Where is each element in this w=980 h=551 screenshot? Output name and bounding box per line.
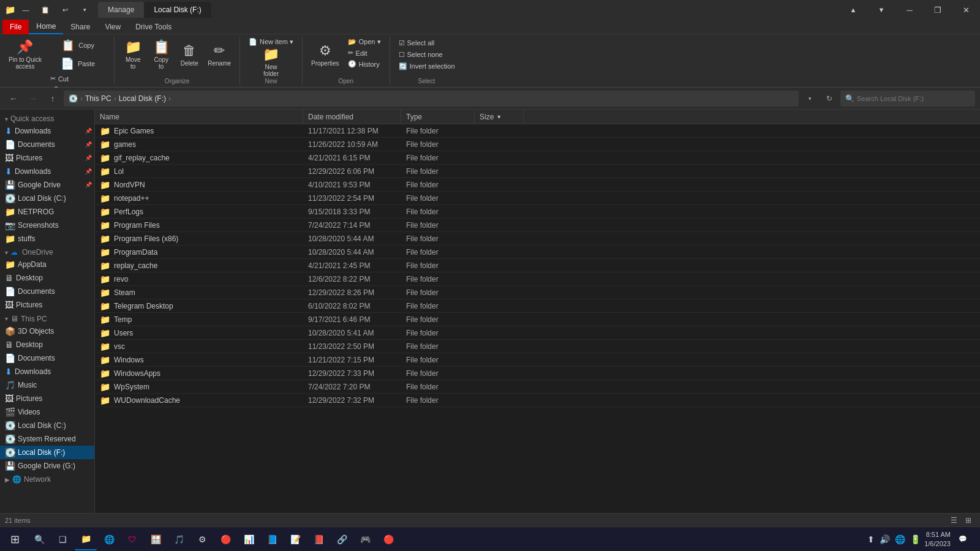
sidebar-item-google-drive-1[interactable]: 💾 Google Drive 📌 <box>0 178 94 192</box>
paste-button[interactable]: 📄 Paste <box>47 55 109 72</box>
taskbar-app3[interactable]: 🔗 <box>331 528 353 550</box>
taskbar-excel[interactable]: 📘 <box>261 528 283 550</box>
sidebar-item-3d-objects[interactable]: 📦 3D Objects <box>0 324 94 338</box>
sidebar-item-videos[interactable]: 🎬 Videos <box>0 405 94 419</box>
forward-button[interactable]: → <box>24 90 42 107</box>
sidebar-item-pictures-pc[interactable]: 🖼 Pictures <box>0 392 94 405</box>
table-row[interactable]: 📁 revo 12/6/2022 8:22 PM File folder <box>95 272 980 286</box>
chevron-down-icon[interactable]: ▼ <box>867 0 895 20</box>
tab-view[interactable]: View <box>97 20 128 34</box>
sidebar-item-local-disk-c-1[interactable]: 💽 Local Disk (C:) <box>0 192 94 205</box>
taskbar-app4[interactable]: 🔴 <box>377 528 399 550</box>
sidebar-item-pictures-od[interactable]: 🖼 Pictures <box>0 298 94 312</box>
pin-to-quick-access-button[interactable]: 📌 Pin to Quickaccess <box>5 37 45 72</box>
table-row[interactable]: 📁 WindowsApps 12/29/2022 7:33 PM File fo… <box>95 367 980 380</box>
select-none-button[interactable]: ☐ Select none <box>395 50 459 60</box>
sidebar-item-system-reserved[interactable]: 💽 System Reserved <box>0 432 94 446</box>
col-header-size[interactable]: Size ▼ <box>475 110 524 124</box>
tab-share[interactable]: Share <box>63 20 97 34</box>
properties-button[interactable]: ⚙ Properties <box>307 37 343 72</box>
tab-local-disk[interactable]: Local Disk (F:) <box>144 2 211 18</box>
sidebar-item-google-drive-g[interactable]: 💾 Google Drive (G:) <box>0 459 94 473</box>
sidebar-this-pc-header[interactable]: ▾ 🖥 This PC <box>0 312 94 324</box>
maximize-button[interactable]: ❐ <box>924 0 952 20</box>
close-button[interactable]: ✕ <box>952 0 980 20</box>
taskbar-powerpoint[interactable]: 📕 <box>307 528 330 550</box>
sidebar-item-appdata[interactable]: 📁 AppData <box>0 258 94 271</box>
sidebar-item-desktop-pc[interactable]: 🖥 Desktop <box>0 338 94 351</box>
path-dropdown-button[interactable]: ▾ <box>801 91 818 107</box>
table-row[interactable]: 📁 Telegram Desktop 6/10/2022 8:02 PM Fil… <box>95 299 980 313</box>
taskbar-edge[interactable]: 🪟 <box>145 528 167 550</box>
table-row[interactable]: 📁 Lol 12/29/2022 6:06 PM File folder <box>95 165 980 178</box>
sidebar-item-documents-od[interactable]: 📄 Documents <box>0 285 94 298</box>
sidebar-item-documents-pc[interactable]: 📄 Documents <box>0 351 94 365</box>
taskbar-game[interactable]: 🎮 <box>354 528 376 550</box>
taskbar-media[interactable]: 🎵 <box>168 528 190 550</box>
up-button[interactable]: ↑ <box>44 90 61 107</box>
table-row[interactable]: 📁 vsc 11/23/2022 2:50 PM File folder <box>95 340 980 353</box>
sidebar-quick-access-header[interactable]: ▾ Quick access <box>0 112 94 124</box>
col-header-date[interactable]: Date modified <box>303 110 401 124</box>
back-button[interactable]: ← <box>5 90 22 107</box>
tab-home[interactable]: Home <box>29 20 63 34</box>
sidebar-item-downloads-2[interactable]: ⬇ Downloads 📌 <box>0 165 94 178</box>
search-box[interactable]: 🔍 Search Local Disk (F:) <box>840 91 975 107</box>
qat-minimize-btn[interactable]: — <box>17 1 34 18</box>
address-path[interactable]: 💽 › This PC › Local Disk (F:) › <box>64 91 799 107</box>
tray-battery-icon[interactable]: 🔋 <box>909 533 922 545</box>
taskbar-vscode[interactable]: 📊 <box>238 528 260 550</box>
copy-button[interactable]: 📋 Copy <box>47 37 109 54</box>
table-row[interactable]: 📁 Steam 12/29/2022 8:26 PM File folder <box>95 286 980 299</box>
taskbar-brave[interactable]: 🛡 <box>121 528 143 550</box>
cut-button[interactable]: ✂ Cut <box>47 73 109 84</box>
table-row[interactable]: 📁 Program Files (x86) 10/28/2020 5:44 AM… <box>95 232 980 246</box>
table-row[interactable]: 📁 WpSystem 7/24/2022 7:20 PM File folder <box>95 380 980 394</box>
taskbar-word[interactable]: 📝 <box>284 528 306 550</box>
sidebar-item-downloads-pc[interactable]: ⬇ Downloads <box>0 365 94 378</box>
table-row[interactable]: 📁 replay_cache 4/21/2021 2:45 PM File fo… <box>95 259 980 272</box>
sidebar-item-stuffs[interactable]: 📁 stuffs <box>0 232 94 246</box>
start-button[interactable]: ⊞ <box>2 528 27 550</box>
new-item-button[interactable]: 📄 New item ▾ <box>245 37 297 47</box>
rename-button[interactable]: ✏ Rename <box>204 37 235 72</box>
sidebar-onedrive-header[interactable]: ▾ ☁ OneDrive <box>0 246 94 258</box>
sidebar-item-music[interactable]: 🎵 Music <box>0 378 94 392</box>
taskbar-search-button[interactable]: 🔍 <box>28 528 50 550</box>
sidebar-item-local-disk-c-pc[interactable]: 💽 Local Disk (C:) <box>0 419 94 432</box>
chevron-up-icon[interactable]: ▲ <box>839 0 867 20</box>
col-header-name[interactable]: Name <box>95 110 303 124</box>
taskbar-app2[interactable]: 🔴 <box>214 528 236 550</box>
qat-dropdown-btn[interactable]: ▾ <box>76 1 93 18</box>
select-all-button[interactable]: ☑ Select all <box>395 38 459 48</box>
qat-undo-btn[interactable]: ↩ <box>56 1 74 18</box>
sidebar-network-header[interactable]: ▶ 🌐 Network <box>0 473 94 485</box>
qat-copy-btn[interactable]: 📋 <box>37 1 54 18</box>
tab-manage[interactable]: Manage <box>98 2 144 18</box>
copy-to-button[interactable]: 📋 Copyto <box>148 37 175 72</box>
table-row[interactable]: 📁 Program Files 7/24/2022 7:14 PM File f… <box>95 219 980 232</box>
path-local-disk-f[interactable]: Local Disk (F:) <box>119 94 166 103</box>
sidebar-item-documents-1[interactable]: 📄 Documents 📌 <box>0 138 94 151</box>
table-row[interactable]: 📁 Windows 11/21/2022 7:15 PM File folder <box>95 353 980 367</box>
table-row[interactable]: 📁 PerfLogs 9/15/2018 3:33 PM File folder <box>95 205 980 219</box>
table-row[interactable]: 📁 Epic Games 11/17/2021 12:38 PM File fo… <box>95 124 980 138</box>
invert-selection-button[interactable]: 🔄 Invert selection <box>395 61 459 72</box>
taskbar-taskview-button[interactable]: ❑ <box>51 528 74 550</box>
tray-network-icon[interactable]: 🌐 <box>894 533 907 545</box>
sidebar-item-screenshots[interactable]: 📷 Screenshots <box>0 219 94 232</box>
tab-drive-tools[interactable]: Drive Tools <box>128 20 179 34</box>
sidebar-item-pictures-1[interactable]: 🖼 Pictures 📌 <box>0 151 94 165</box>
detail-view-button[interactable]: ⊞ <box>962 515 975 526</box>
history-button[interactable]: 🕐 History <box>344 59 385 69</box>
tray-volume-icon[interactable]: 🔊 <box>878 533 891 545</box>
taskbar-app1[interactable]: ⚙ <box>191 528 213 550</box>
notification-button[interactable]: 💬 <box>953 528 973 550</box>
table-row[interactable]: 📁 gif_replay_cache 4/21/2021 6:15 PM Fil… <box>95 151 980 165</box>
minimize-button[interactable]: ─ <box>895 0 924 20</box>
list-view-button[interactable]: ☰ <box>947 515 960 526</box>
taskbar-file-explorer[interactable]: 📁 <box>75 528 97 550</box>
move-to-button[interactable]: 📁 Moveto <box>119 37 146 72</box>
col-header-type[interactable]: Type <box>401 110 475 124</box>
table-row[interactable]: 📁 WUDownloadCache 12/29/2022 7:32 PM Fil… <box>95 394 980 407</box>
